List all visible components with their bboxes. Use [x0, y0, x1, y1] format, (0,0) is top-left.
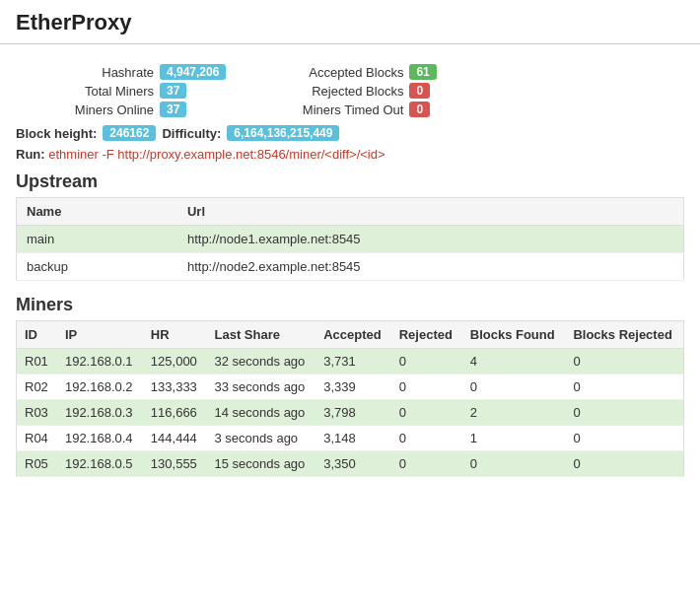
miners-header-row: ID IP HR Last Share Accepted Rejected Bl…: [17, 321, 684, 349]
miner-blocksfound: 1: [462, 426, 566, 451]
miner-accepted: 3,339: [315, 375, 391, 400]
upstream-row: backuphttp://node2.example.net:8545: [17, 253, 684, 281]
upstream-name: backup: [17, 253, 177, 281]
miner-hr: 130,555: [143, 451, 207, 477]
stat-label: Accepted Blocks: [285, 65, 403, 80]
miner-row: R05 192.168.0.5 130,555 15 seconds ago 3…: [17, 451, 684, 477]
miners-col-blocksfound: Blocks Found: [462, 321, 566, 349]
stat-value: 0: [409, 83, 430, 99]
difficulty-label: Difficulty:: [162, 126, 221, 141]
miner-ip: 192.168.0.2: [57, 375, 143, 400]
miner-hr: 116,666: [143, 400, 207, 426]
upstream-table: Name Url mainhttp://node1.example.net:85…: [16, 197, 684, 281]
upstream-row: mainhttp://node1.example.net:8545: [17, 226, 684, 253]
miner-rejected: 0: [391, 426, 462, 451]
stat-row-left-0: Hashrate4,947,206: [55, 64, 226, 80]
miner-lastshare: 15 seconds ago: [207, 451, 316, 477]
block-info: Block height: 246162 Difficulty: 6,164,1…: [16, 125, 684, 141]
miner-rejected: 0: [391, 451, 462, 477]
miner-blocksrejected: 0: [565, 451, 683, 477]
miner-blocksrejected: 0: [565, 426, 683, 451]
upstream-header-row: Name Url: [17, 198, 684, 226]
upstream-col-url: Url: [177, 198, 684, 226]
stat-value: 4,947,206: [160, 64, 226, 80]
miner-blocksfound: 2: [462, 400, 566, 426]
stat-row-left-2: Miners Online37: [55, 102, 226, 117]
run-line: Run: ethminer -F http://proxy.example.ne…: [16, 147, 684, 162]
stats-left: Hashrate4,947,206Total Miners37Miners On…: [55, 64, 226, 117]
miners-col-lastshare: Last Share: [207, 321, 316, 349]
miner-accepted: 3,798: [315, 400, 391, 426]
stats-section: Hashrate4,947,206Total Miners37Miners On…: [55, 64, 684, 117]
stat-value: 37: [160, 83, 186, 99]
stats-right: Accepted Blocks61Rejected Blocks0Miners …: [285, 64, 436, 117]
miner-id: R01: [17, 349, 57, 375]
miner-ip: 192.168.0.5: [57, 451, 143, 477]
miner-rejected: 0: [391, 375, 462, 400]
stat-row-left-1: Total Miners37: [55, 83, 226, 99]
app-header: EtherProxy: [0, 0, 700, 44]
stat-label: Rejected Blocks: [285, 84, 403, 99]
miner-rejected: 0: [391, 400, 462, 426]
miner-hr: 125,000: [143, 349, 207, 375]
upstream-url: http://node2.example.net:8545: [177, 253, 684, 281]
stat-label: Total Miners: [55, 84, 154, 99]
stat-value: 61: [409, 64, 436, 80]
stat-row-right-1: Rejected Blocks0: [285, 83, 436, 99]
run-label: Run:: [16, 147, 45, 162]
miner-id: R05: [17, 451, 57, 477]
miners-col-accepted: Accepted: [315, 321, 391, 349]
miners-title: Miners: [16, 295, 684, 315]
miner-hr: 133,333: [143, 375, 207, 400]
upstream-title: Upstream: [16, 171, 684, 192]
upstream-name: main: [17, 226, 177, 253]
miner-lastshare: 33 seconds ago: [207, 375, 316, 400]
miner-accepted: 3,148: [315, 426, 391, 451]
miner-accepted: 3,350: [315, 451, 391, 477]
miner-rejected: 0: [391, 349, 462, 375]
miner-blocksrejected: 0: [565, 400, 683, 426]
miner-row: R01 192.168.0.1 125,000 32 seconds ago 3…: [17, 349, 684, 375]
miners-col-rejected: Rejected: [391, 321, 462, 349]
upstream-col-name: Name: [17, 198, 177, 226]
miner-blocksfound: 0: [462, 375, 566, 400]
difficulty-value: 6,164,136,215,449: [227, 125, 339, 141]
miner-id: R02: [17, 375, 57, 400]
miners-col-hr: HR: [143, 321, 207, 349]
miners-col-ip: IP: [57, 321, 143, 349]
miner-lastshare: 32 seconds ago: [207, 349, 316, 375]
stat-value: 0: [409, 102, 430, 117]
miner-blocksrejected: 0: [565, 375, 683, 400]
miner-blocksfound: 4: [462, 349, 566, 375]
miners-col-blocksrejected: Blocks Rejected: [565, 321, 683, 349]
miners-col-id: ID: [17, 321, 57, 349]
stat-label: Miners Online: [55, 102, 154, 117]
miner-id: R04: [17, 426, 57, 451]
stat-row-right-0: Accepted Blocks61: [285, 64, 436, 80]
stat-value: 37: [160, 102, 186, 117]
miner-row: R04 192.168.0.4 144,444 3 seconds ago 3,…: [17, 426, 684, 451]
stat-label: Miners Timed Out: [285, 102, 403, 117]
miner-hr: 144,444: [143, 426, 207, 451]
miner-row: R02 192.168.0.2 133,333 33 seconds ago 3…: [17, 375, 684, 400]
block-height-value: 246162: [103, 125, 156, 141]
block-height-label: Block height:: [16, 126, 97, 141]
upstream-url: http://node1.example.net:8545: [177, 226, 684, 253]
stat-label: Hashrate: [55, 65, 154, 80]
run-command: ethminer -F http://proxy.example.net:854…: [48, 147, 385, 162]
miner-blocksrejected: 0: [565, 349, 683, 375]
main-content: Hashrate4,947,206Total Miners37Miners On…: [0, 44, 700, 487]
stat-row-right-2: Miners Timed Out0: [285, 102, 436, 117]
app-title: EtherProxy: [16, 10, 684, 35]
miner-id: R03: [17, 400, 57, 426]
miner-ip: 192.168.0.3: [57, 400, 143, 426]
miner-blocksfound: 0: [462, 451, 566, 477]
miner-ip: 192.168.0.4: [57, 426, 143, 451]
miner-accepted: 3,731: [315, 349, 391, 375]
miner-row: R03 192.168.0.3 116,666 14 seconds ago 3…: [17, 400, 684, 426]
miner-ip: 192.168.0.1: [57, 349, 143, 375]
miner-lastshare: 3 seconds ago: [207, 426, 316, 451]
miner-lastshare: 14 seconds ago: [207, 400, 316, 426]
miners-table: ID IP HR Last Share Accepted Rejected Bl…: [16, 320, 684, 477]
